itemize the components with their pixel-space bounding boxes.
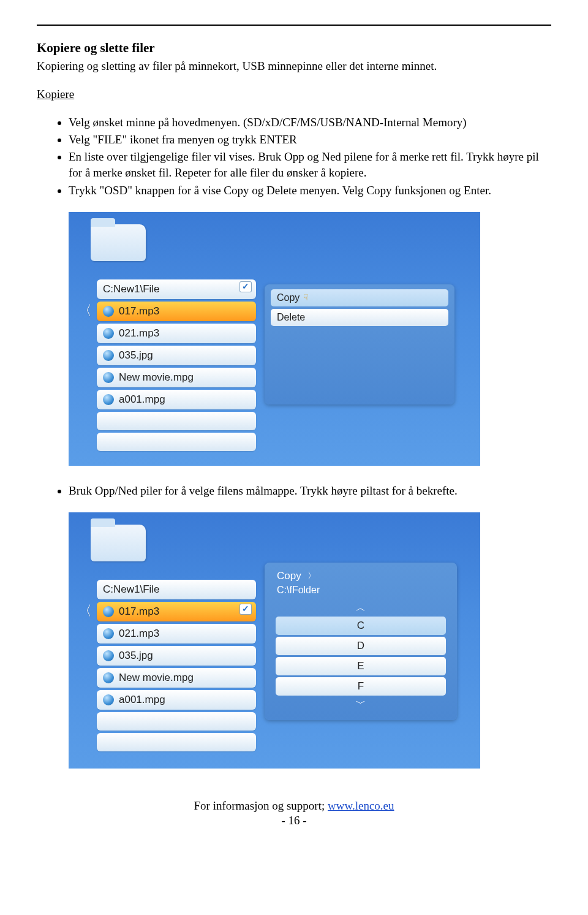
path-header: C:New1\File ✓ (97, 279, 256, 299)
drive-select-popup: Copy 〉 C:\fFolder ︿ C D E F ﹀ (265, 563, 457, 720)
file-item[interactable]: 021.mp3 (97, 324, 256, 343)
footer: For informasjon og support; www.lenco.eu (37, 799, 551, 813)
globe-icon (103, 650, 114, 661)
chevron-left-icon: 〈 (78, 302, 92, 320)
bullet-item: Velg ønsket minne på hovedmenyen. (SD/xD… (69, 115, 551, 131)
drive-item[interactable]: E (276, 657, 446, 675)
file-label: 021.mp3 (119, 327, 159, 340)
bullet-item: Bruk Opp/Ned piler for å velge filens må… (69, 483, 551, 499)
file-item[interactable]: New movie.mpg (97, 368, 256, 387)
page-heading: Kopiere og slette filer (37, 40, 551, 56)
file-label: 021.mp3 (119, 628, 159, 640)
globe-icon (103, 672, 114, 683)
popup-item-label: Copy (277, 292, 300, 303)
file-item[interactable]: a001.mpg (97, 390, 256, 409)
page-number: - 16 - (37, 814, 551, 827)
chevron-left-icon: 〈 (78, 602, 92, 620)
file-item-empty (97, 733, 256, 751)
file-label: 017.mp3 (119, 305, 159, 317)
file-label: a001.mpg (119, 393, 165, 406)
bullet-item: Velg "FILE" ikonet fra menyen og trykk E… (69, 132, 551, 148)
check-icon: ✓ (240, 604, 251, 614)
bullet-list-2: Bruk Opp/Ned piler for å velge filens må… (37, 483, 551, 499)
globe-icon (103, 328, 114, 339)
bullet-list-1: Velg ønsket minne på hovedmenyen. (SD/xD… (37, 115, 551, 199)
file-item-empty (97, 712, 256, 731)
file-item[interactable]: 021.mp3 (97, 624, 256, 644)
chevron-up-icon: ︿ (272, 602, 450, 615)
section-link: Kopiere (37, 88, 551, 101)
screenshot-drive-select: 〈 C:New1\File 017.mp3 ✓ 021.mp3 035.jpg (69, 512, 480, 769)
globe-icon (103, 350, 114, 361)
popup-title: Copy 〉 (272, 569, 450, 585)
file-list: C:New1\File 017.mp3 ✓ 021.mp3 035.jpg (97, 580, 256, 754)
globe-icon (103, 628, 114, 639)
globe-icon (103, 306, 114, 317)
globe-icon (103, 372, 114, 383)
file-item[interactable]: 035.jpg (97, 646, 256, 666)
folder-icon (91, 525, 146, 561)
drive-item[interactable]: D (276, 637, 446, 655)
check-icon: ✓ (240, 282, 251, 292)
file-item-selected[interactable]: 017.mp3 ✓ (97, 602, 256, 621)
hand-cursor-icon: 〉 (307, 571, 316, 582)
popup-item-delete[interactable]: Delete (271, 309, 448, 326)
file-item-selected[interactable]: 017.mp3 (97, 302, 256, 321)
drive-item[interactable]: F (276, 677, 446, 696)
file-label: New movie.mpg (119, 672, 194, 684)
path-header-text: C:New1\File (103, 283, 160, 295)
globe-icon (103, 694, 114, 705)
intro-paragraph: Kopiering og sletting av filer på minnek… (37, 58, 551, 74)
file-list: C:New1\File ✓ 017.mp3 021.mp3 035.jpg (97, 279, 256, 454)
screenshot-copy-menu: 〈 C:New1\File ✓ 017.mp3 021.mp3 035.jpg (69, 212, 480, 466)
file-item[interactable]: New movie.mpg (97, 668, 256, 688)
globe-icon (103, 394, 114, 405)
file-item-empty (97, 412, 256, 430)
popup-title-text: Copy (277, 570, 301, 582)
file-label: 017.mp3 (119, 606, 159, 618)
file-item[interactable]: a001.mpg (97, 690, 256, 710)
hand-cursor-icon: ☟ (303, 292, 309, 302)
bullet-item: Trykk "OSD" knappen for å vise Copy og D… (69, 183, 551, 199)
file-item-empty (97, 433, 256, 451)
chevron-down-icon: ﹀ (272, 697, 450, 710)
file-label: 035.jpg (119, 349, 153, 362)
file-item[interactable]: 035.jpg (97, 346, 256, 365)
copy-delete-popup: Copy ☟ Delete (265, 284, 454, 404)
footer-link[interactable]: www.lenco.eu (328, 799, 394, 812)
footer-text: For informasjon og support; (194, 799, 328, 812)
drive-list: ︿ C D E F ﹀ (272, 602, 450, 710)
popup-item-copy[interactable]: Copy ☟ (271, 289, 448, 306)
top-rule (37, 25, 551, 26)
drive-item-selected[interactable]: C (276, 617, 446, 635)
path-header: C:New1\File (97, 580, 256, 599)
popup-path: C:\fFolder (272, 585, 450, 601)
bullet-item: En liste over tilgjengelige filer vil vi… (69, 149, 551, 181)
file-label: 035.jpg (119, 650, 153, 662)
folder-icon (91, 224, 146, 261)
file-label: New movie.mpg (119, 371, 194, 384)
popup-item-label: Delete (277, 312, 305, 323)
path-header-text: C:New1\File (103, 583, 160, 596)
globe-icon (103, 606, 114, 617)
file-label: a001.mpg (119, 694, 165, 706)
